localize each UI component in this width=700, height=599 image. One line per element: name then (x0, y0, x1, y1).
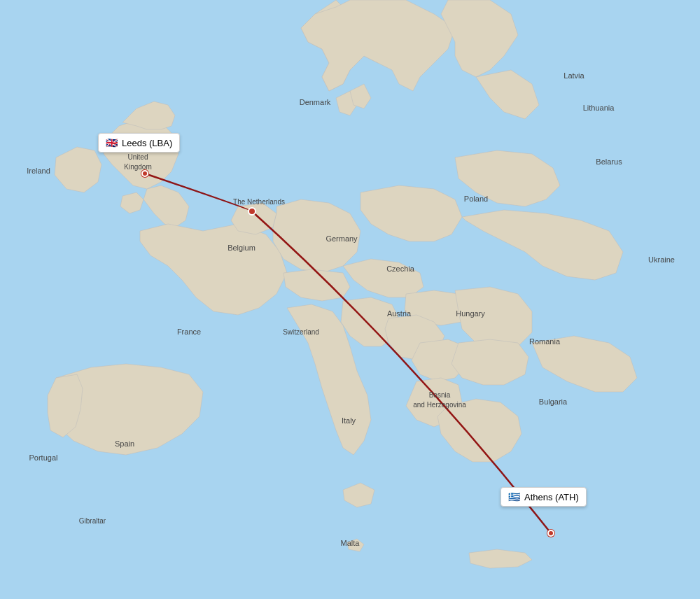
athens-dot (547, 530, 554, 537)
athens-label: 🇬🇷 Athens (ATH) (500, 487, 587, 507)
map-container: 🇬🇧 Leeds (LBA) 🇬🇷 Athens (ATH) Ireland D… (0, 0, 700, 599)
athens-flag: 🇬🇷 (508, 491, 520, 502)
leeds-dot (141, 170, 148, 177)
svg-rect-0 (0, 0, 700, 599)
map-svg (0, 0, 700, 599)
svg-point-1 (248, 208, 255, 215)
leeds-label: 🇬🇧 Leeds (LBA) (98, 133, 180, 153)
leeds-display: Leeds (LBA) (122, 138, 172, 148)
athens-display: Athens (ATH) (524, 492, 579, 502)
leeds-flag: 🇬🇧 (106, 137, 118, 148)
